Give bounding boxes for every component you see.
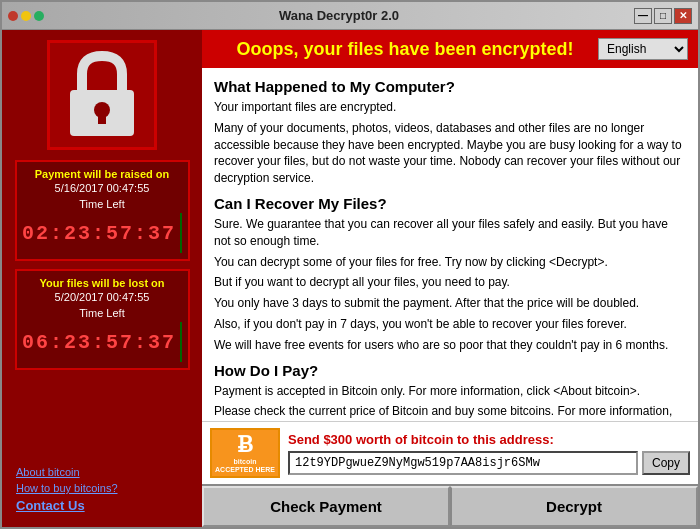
section2-p6: We will have free events for users who a… bbox=[214, 337, 686, 354]
payment-right: Send $300 worth of bitcoin to this addre… bbox=[288, 432, 690, 475]
section2-p3: But if you want to decrypt all your file… bbox=[214, 274, 686, 291]
main-window: Wana Decrypt0r 2.0 — □ ✕ bbox=[0, 0, 700, 529]
timer-raised-time-left-label: Time Left bbox=[25, 198, 180, 210]
section2-p2: You can decrypt some of your files for f… bbox=[214, 254, 686, 271]
header-title: Ooops, your files have been encrypted! bbox=[212, 39, 598, 60]
decrypt-button[interactable]: Decrypt bbox=[450, 486, 698, 527]
timer-raised-digits: 02:23:57:37 bbox=[22, 222, 176, 245]
contact-us-link[interactable]: Contact Us bbox=[16, 498, 188, 513]
bottom-buttons: Check Payment Decrypt bbox=[202, 484, 698, 527]
how-to-buy-link[interactable]: How to buy bitcoins? bbox=[16, 482, 188, 494]
title-bar: Wana Decrypt0r 2.0 — □ ✕ bbox=[2, 2, 698, 30]
padlock-icon bbox=[62, 50, 142, 140]
about-bitcoin-link[interactable]: About bitcoin bbox=[16, 466, 188, 478]
payment-area: Ƀ bitcoinACCEPTED HERE Send $300 worth o… bbox=[202, 421, 698, 484]
btc-address-input[interactable] bbox=[288, 451, 638, 475]
timer-lost-time-left-label: Time Left bbox=[25, 307, 180, 319]
section3-p1: Payment is accepted in Bitcoin only. For… bbox=[214, 383, 686, 400]
close-button[interactable]: ✕ bbox=[674, 8, 692, 24]
bitcoin-b-icon: Ƀ bbox=[237, 432, 253, 458]
window-title: Wana Decrypt0r 2.0 bbox=[44, 8, 634, 23]
copy-button[interactable]: Copy bbox=[642, 451, 690, 475]
right-panel: Ooops, your files have been encrypted! E… bbox=[202, 30, 698, 527]
send-label: Send $300 worth of bitcoin to this addre… bbox=[288, 432, 690, 447]
minimize-button[interactable]: — bbox=[634, 8, 652, 24]
section1-heading: What Happened to My Computer? bbox=[214, 78, 686, 95]
section1-p1: Your important files are encrypted. bbox=[214, 99, 686, 116]
timer-raised-bar bbox=[180, 213, 182, 253]
check-payment-button[interactable]: Check Payment bbox=[202, 486, 450, 527]
address-row: Copy bbox=[288, 451, 690, 475]
content-area[interactable]: What Happened to My Computer? Your impor… bbox=[202, 68, 698, 421]
timer-lost-display-row: 06:23:57:37 bbox=[25, 322, 180, 362]
dot-green bbox=[34, 11, 44, 21]
language-select[interactable]: English bbox=[598, 38, 688, 60]
links-area: About bitcoin How to buy bitcoins? Conta… bbox=[12, 466, 192, 517]
timer-lost-box: Your files will be lost on 5/20/2017 00:… bbox=[15, 269, 190, 370]
window-dots bbox=[8, 11, 44, 21]
timer-raised-label: Payment will be raised on bbox=[25, 168, 180, 180]
timer-lost-date: 5/20/2017 00:47:55 bbox=[25, 291, 180, 303]
bitcoin-accepted-text: bitcoinACCEPTED HERE bbox=[215, 458, 275, 473]
section1-p2: Many of your documents, photos, videos, … bbox=[214, 120, 686, 187]
right-header: Ooops, your files have been encrypted! E… bbox=[202, 30, 698, 68]
svg-rect-2 bbox=[98, 110, 106, 124]
timer-raised-date: 5/16/2017 00:47:55 bbox=[25, 182, 180, 194]
timer-lost-bar bbox=[180, 322, 182, 362]
section3-p2: Please check the current price of Bitcoi… bbox=[214, 403, 686, 421]
dot-red bbox=[8, 11, 18, 21]
timer-lost-digits: 06:23:57:37 bbox=[22, 331, 176, 354]
left-panel: Payment will be raised on 5/16/2017 00:4… bbox=[2, 30, 202, 527]
timer-lost-label: Your files will be lost on bbox=[25, 277, 180, 289]
main-content: Payment will be raised on 5/16/2017 00:4… bbox=[2, 30, 698, 527]
timer-raised-display-row: 02:23:57:37 bbox=[25, 213, 180, 253]
dot-yellow bbox=[21, 11, 31, 21]
maximize-button[interactable]: □ bbox=[654, 8, 672, 24]
padlock-area bbox=[47, 40, 157, 150]
timer-raised-box: Payment will be raised on 5/16/2017 00:4… bbox=[15, 160, 190, 261]
window-controls: — □ ✕ bbox=[634, 8, 692, 24]
section2-p5: Also, if you don't pay in 7 days, you wo… bbox=[214, 316, 686, 333]
section3-heading: How Do I Pay? bbox=[214, 362, 686, 379]
section2-heading: Can I Recover My Files? bbox=[214, 195, 686, 212]
bitcoin-logo: Ƀ bitcoinACCEPTED HERE bbox=[210, 428, 280, 478]
section2-p1: Sure. We guarantee that you can recover … bbox=[214, 216, 686, 250]
section2-p4: You only have 3 days to submit the payme… bbox=[214, 295, 686, 312]
